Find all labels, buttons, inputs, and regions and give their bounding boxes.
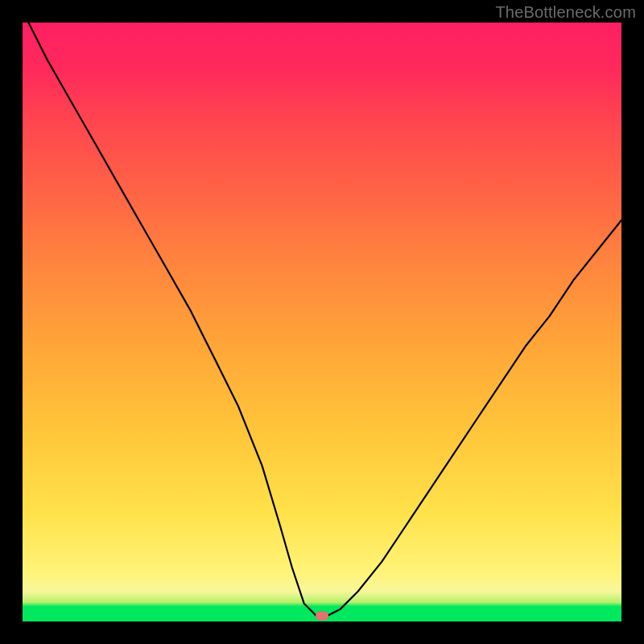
watermark-text: TheBottleneck.com	[495, 3, 636, 22]
optimum-marker	[316, 611, 328, 620]
chart-frame: TheBottleneck.com	[0, 0, 644, 644]
plot-area	[23, 23, 621, 621]
bottleneck-curve	[23, 23, 621, 621]
